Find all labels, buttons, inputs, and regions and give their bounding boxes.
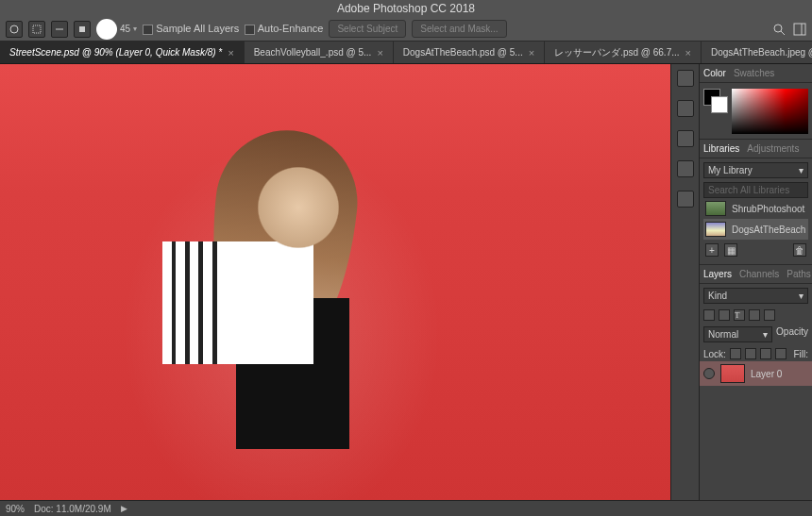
add-selection-icon[interactable] — [28, 21, 45, 38]
sample-all-layers-checkbox[interactable]: Sample All Layers — [143, 23, 239, 35]
visibility-icon[interactable] — [703, 368, 715, 379]
brush-preview[interactable]: 45 ▾ — [96, 19, 137, 40]
brush-size-value: 45 — [120, 24, 130, 34]
history-icon[interactable] — [677, 70, 694, 87]
filter-smart-icon[interactable] — [764, 309, 775, 321]
tab-libraries[interactable]: Libraries — [703, 143, 739, 154]
library-dropdown[interactable]: My Library▾ — [703, 162, 808, 178]
collapsed-panel-strip — [670, 64, 699, 500]
foreground-background-swatch[interactable] — [703, 89, 728, 113]
zoom-level[interactable]: 90% — [6, 504, 25, 514]
workspace-icon[interactable] — [793, 23, 806, 36]
tab-paths[interactable]: Paths — [787, 269, 811, 279]
auto-enhance-checkbox[interactable]: Auto-Enhance — [245, 23, 323, 35]
intersect-selection-icon[interactable] — [74, 21, 91, 38]
library-search-input[interactable]: Search All Libraries — [703, 182, 808, 198]
svg-point-0 — [10, 25, 18, 33]
filter-type-icon[interactable]: T — [734, 309, 745, 321]
close-icon[interactable]: × — [377, 47, 382, 58]
brushes-icon[interactable] — [677, 130, 694, 147]
libraries-menu-icon[interactable]: ▦ — [724, 243, 737, 257]
svg-rect-4 — [794, 24, 805, 35]
library-item[interactable]: ShrubPhotoshoot — [703, 198, 808, 219]
options-bar: 45 ▾ Sample All Layers Auto-Enhance Sele… — [0, 17, 812, 42]
opacity-label: Opacity — [776, 326, 808, 342]
layer-filter-kind[interactable]: Kind▾ — [703, 288, 808, 304]
filter-adjust-icon[interactable] — [719, 309, 730, 321]
select-and-mask-button[interactable]: Select and Mask... — [412, 20, 506, 38]
tab-channels[interactable]: Channels — [739, 269, 779, 279]
chevron-down-icon: ▾ — [763, 329, 768, 340]
color-panel-tabs: Color Swatches — [700, 64, 812, 83]
layer-row[interactable]: Layer 0 — [700, 361, 812, 386]
close-icon[interactable]: × — [228, 47, 233, 58]
search-icon[interactable] — [772, 23, 786, 36]
doc-size[interactable]: Doc: 11.0M/20.9M — [34, 504, 111, 514]
document-tab[interactable]: BeachVolleyball_.psd @ 5...× — [245, 42, 394, 63]
libraries-panel-tabs: Libraries Adjustments — [700, 140, 812, 158]
document-tabs: StreetScene.psd @ 90% (Layer 0, Quick Ma… — [0, 42, 812, 64]
lock-position-icon[interactable] — [760, 348, 771, 359]
character-icon[interactable] — [677, 160, 694, 177]
canvas[interactable] — [0, 64, 670, 500]
document-tab[interactable]: StreetScene.psd @ 90% (Layer 0, Quick Ma… — [0, 42, 245, 63]
subtract-selection-icon[interactable] — [51, 21, 68, 38]
library-thumb — [705, 201, 726, 216]
filter-image-icon[interactable] — [703, 309, 715, 321]
layer-thumbnail[interactable] — [720, 364, 745, 383]
lock-all-icon[interactable] — [775, 348, 787, 359]
layer-name[interactable]: Layer 0 — [751, 369, 782, 379]
chevron-right-icon[interactable]: ▶ — [121, 504, 127, 513]
status-bar: 90% Doc: 11.0M/20.9M ▶ — [0, 500, 812, 516]
subject-figure — [132, 140, 434, 500]
library-thumb — [705, 222, 726, 237]
layers-panel-tabs: Layers Channels Paths — [700, 265, 812, 284]
document-tab[interactable]: DogsAtTheBeach.jpeg @ ...× — [702, 42, 812, 63]
window-title: Adobe Photoshop CC 2018 — [0, 0, 812, 17]
brush-dot-icon — [96, 19, 117, 40]
delete-icon[interactable]: 🗑 — [793, 243, 806, 257]
right-panels: Color Swatches Libraries Adjustments My … — [699, 64, 812, 500]
lock-image-icon[interactable] — [745, 348, 756, 359]
document-tab[interactable]: レッサーパンダ.psd @ 66.7...× — [545, 42, 702, 63]
chevron-down-icon: ▾ — [799, 291, 804, 301]
lock-transparent-icon[interactable] — [730, 348, 741, 359]
document-tab[interactable]: DogsAtTheBeach.psd @ 5...× — [394, 42, 545, 63]
chevron-down-icon: ▾ — [133, 25, 137, 33]
close-icon[interactable]: × — [685, 47, 691, 58]
chevron-down-icon: ▾ — [799, 165, 804, 175]
svg-rect-1 — [33, 25, 41, 33]
svg-rect-2 — [79, 26, 85, 32]
close-icon[interactable]: × — [529, 47, 534, 58]
add-content-icon[interactable]: + — [705, 243, 719, 257]
properties-icon[interactable] — [677, 100, 694, 117]
select-subject-button[interactable]: Select Subject — [329, 20, 406, 38]
blend-mode-dropdown[interactable]: Normal▾ — [703, 326, 772, 342]
tab-color[interactable]: Color — [703, 68, 726, 78]
color-ramp[interactable] — [732, 89, 808, 134]
lock-label: Lock: — [703, 349, 726, 359]
tab-adjustments[interactable]: Adjustments — [747, 143, 799, 154]
fill-label: Fill: — [793, 349, 808, 359]
library-item[interactable]: DogsAtTheBeach — [703, 219, 808, 240]
svg-point-3 — [774, 25, 782, 32]
paragraph-icon[interactable] — [677, 191, 694, 208]
tool-preset-icon[interactable] — [6, 21, 23, 38]
filter-shape-icon[interactable] — [749, 309, 760, 321]
libraries-panel-body: My Library▾ Search All Libraries ShrubPh… — [700, 158, 812, 265]
tab-swatches[interactable]: Swatches — [734, 68, 774, 78]
tab-layers[interactable]: Layers — [703, 269, 732, 279]
color-panel-body — [700, 83, 812, 140]
